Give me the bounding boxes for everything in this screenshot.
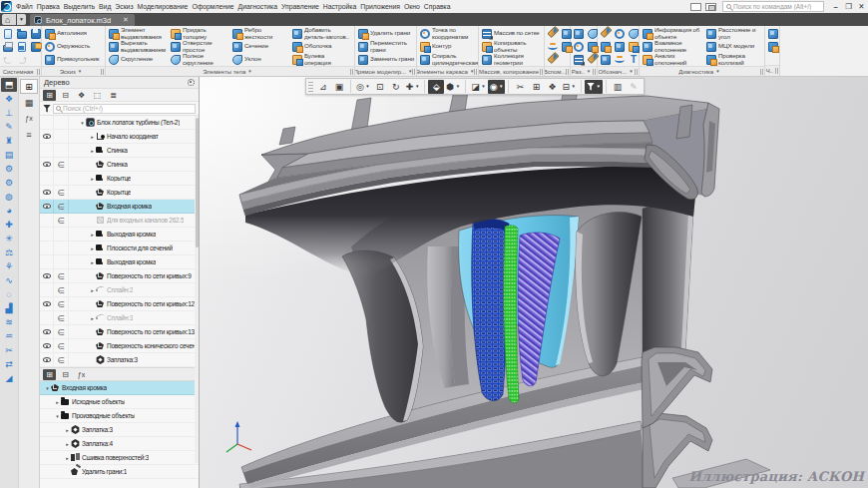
dropdown-arrow-icon[interactable]: ▼ [365,84,369,89]
restore-button[interactable]: ❐ [844,2,853,11]
model-3d-turbine-blade-block[interactable] [200,77,866,488]
visibility-eye-icon[interactable] [43,273,51,278]
dropdown-arrow-icon[interactable]: ▼ [572,84,576,89]
tree-row[interactable]: ∈▸Сплайн:3 [40,311,199,325]
tree-row[interactable]: ▸Начало координат [40,130,199,144]
viewbar-clip-box[interactable]: ⊞ [528,80,544,94]
relations-variables[interactable]: ƒx [75,369,88,380]
ribbon-button-move-faces[interactable]: Переместить грани [356,40,416,53]
ribbon-button-dimension-grid[interactable] [572,53,586,66]
ribbon-button-section[interactable]: Сечение [230,40,290,53]
ribbon-button-add-part-blank[interactable]: Добавить деталь-заготов.. [290,27,354,40]
command-search-input[interactable]: Поиск по командам (Alt+/) [722,1,824,12]
quickbar-layers-doc[interactable]: ▤ [1,148,17,162]
ribbon-button-angle-mark[interactable] [627,27,641,40]
expand-arrow-icon[interactable]: ▸ [89,176,96,182]
expand-arrow-icon[interactable]: ▾ [44,385,51,391]
visibility-eye-icon[interactable] [43,204,51,209]
tab-close-icon[interactable]: ✕ [123,16,129,24]
ribbon-group-grip-icon[interactable] [101,69,104,75]
ribbon-button-thicken[interactable]: Придать толщину [169,27,230,40]
ribbon-button-collision-check[interactable]: Проверка коллизий [704,53,764,66]
minimize-button[interactable]: – [831,2,840,11]
menu-item-10[interactable]: Приложения [358,0,402,13]
quickbar-add-feature[interactable]: ✚ [1,218,17,232]
document-tab[interactable]: Блок_лопаток.m3d ✕ [30,14,135,26]
tree-layers[interactable]: ≣ [107,90,120,101]
quickbar-curves[interactable]: ∿ [1,273,17,287]
ribbon-group-dropdown-icon[interactable]: ▼ [715,69,719,74]
tree-row[interactable]: ∈Входная кромка [40,200,199,214]
window-new-icon[interactable] [690,3,701,11]
ribbon-button-redo[interactable] [15,53,29,66]
quickbar-world[interactable]: ◍ [1,190,17,204]
ribbon-button-object-info[interactable]: Информация об объекте [641,27,704,40]
ribbon-button-drawing-new[interactable] [766,40,780,53]
visibility-eye-icon[interactable] [43,343,51,348]
expand-arrow-icon[interactable]: ▸ [64,427,71,433]
panel-tab-tree-panel-tab[interactable]: ⊞ [20,79,38,94]
tree-row[interactable]: ▾Производные объекты [40,409,199,423]
ribbon-group-grip-icon[interactable] [775,68,778,74]
ribbon-group-dropdown-icon[interactable]: ▼ [587,69,591,74]
ribbon-button-circle[interactable]: Окружность [43,40,105,53]
expand-arrow-icon[interactable]: ▸ [89,259,96,265]
toolbar-grip-icon[interactable] [308,81,313,92]
ribbon-button-base-mark[interactable] [627,40,641,53]
quickbar-crown-feature[interactable]: ♜ [1,134,17,148]
menu-item-5[interactable]: Моделирование [136,0,191,13]
menu-item-8[interactable]: Управление [279,0,321,13]
quickbar-coordinate-system[interactable]: ⊥ [1,106,17,120]
expand-arrow-icon[interactable]: ▾ [79,120,86,126]
visibility-eye-icon[interactable] [43,162,51,167]
quickbar-swap[interactable]: ⇄ [1,357,17,371]
ribbon-button-grid-pattern[interactable]: Массив по сетке [480,27,544,40]
screenshot-icon[interactable] [705,3,716,11]
tree-row[interactable]: ▾Входная кромка [40,381,199,395]
viewbar-filter-objects[interactable]: ▼ [585,80,603,94]
ribbon-button-save-document[interactable] [29,27,43,40]
ribbon-button-simple-hole[interactable]: Отверстие простое [169,40,230,53]
ribbon-group-grip-icon[interactable] [37,69,40,75]
menu-item-11[interactable]: Окно [402,0,422,13]
ribbon-button-helix-cylindrical[interactable]: Спираль цилиндрическая [418,53,478,66]
quickbar-cut-tool[interactable]: ✂ [1,343,17,357]
viewbar-move-view[interactable]: ✚▼ [404,80,422,94]
ribbon-button-cut-extrude[interactable]: Вырезать выдавливанием [107,40,169,53]
quickbar-sketch[interactable]: ✎ [1,120,17,134]
quickbar-zoom-tool[interactable]: ◌ [1,287,17,301]
tree-row[interactable]: ▾Блок лопаток турбины (Тел-2) [40,116,199,130]
home-dropdown[interactable]: ▼ [17,14,26,25]
menu-item-2[interactable]: Выделить [62,0,97,13]
relations-list-view[interactable]: ⊟ [59,369,72,380]
ribbon-button-local-cs[interactable] [560,40,574,53]
ribbon-button-print[interactable] [1,40,15,53]
tree-row[interactable]: ▸Заплатка:4 [40,437,199,451]
menu-item-3[interactable]: Вид [97,0,113,13]
quickbar-person[interactable]: ⚘ [1,259,17,273]
quickbar-placement[interactable]: ❖ [1,92,17,106]
ribbon-button-aux-axis[interactable] [546,27,560,40]
ribbon-button-boolean[interactable]: Булева операция [290,53,354,66]
ribbon-button-replace-faces[interactable]: Заменить грани [356,53,416,66]
expand-arrow-icon[interactable]: ▸ [54,399,61,405]
quickbar-chart[interactable]: ▟ [1,301,17,315]
ribbon-button-mass-properties[interactable]: МЦХ модели [704,40,764,53]
ribbon-group-grip-icon[interactable] [593,69,596,75]
ribbon-group-grip-icon[interactable] [412,69,415,75]
tree-row[interactable]: ∈Поверхность по сети кривых:13 [40,325,199,339]
ribbon-button-print-preview[interactable] [15,40,29,53]
tree-row[interactable]: ∈Поверхность по сети кривых:12 [40,297,199,311]
visibility-eye-icon[interactable] [43,190,51,195]
tree-row[interactable]: ▸Выходная кромка [40,255,199,269]
ribbon-button-radial-dimension[interactable] [572,40,586,53]
dropdown-arrow-icon[interactable]: ▼ [499,84,503,89]
tree-row[interactable]: ▸Выходная кромка [40,228,199,242]
tree-structure-view[interactable]: ⊞ [43,90,56,101]
viewbar-scene-settings[interactable]: ⊟▼ [560,80,578,94]
ribbon-button-leader[interactable] [586,53,600,66]
ribbon-button-fillet[interactable]: Скругление [107,53,169,66]
ribbon-button-contour[interactable]: Контур [418,40,478,53]
tree-row[interactable]: ▸Плоскости для сечений [40,242,199,255]
ribbon-button-mutual-deviation[interactable]: Взаимное отклонение [641,40,704,53]
